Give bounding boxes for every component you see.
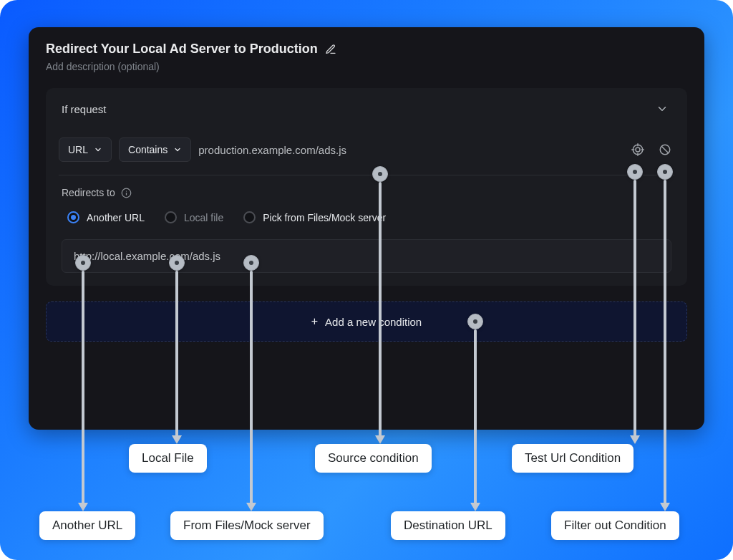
- radio-label-mock-server: Pick from Files/Mock server: [263, 212, 386, 223]
- if-request-section: If request URL Contains production.examp…: [46, 88, 687, 286]
- test-url-button[interactable]: [628, 140, 647, 159]
- radio-indicator: [67, 211, 79, 223]
- radio-indicator: [165, 211, 177, 223]
- svg-point-1: [636, 148, 640, 152]
- radio-mock-server[interactable]: Pick from Files/Mock server: [243, 211, 386, 223]
- rule-title: Redirect Your Local Ad Server to Product…: [46, 42, 318, 57]
- rule-editor-panel: Redirect Your Local Ad Server to Product…: [29, 27, 704, 430]
- rule-description-placeholder[interactable]: Add description (optional): [46, 61, 687, 72]
- chevron-down-icon: [656, 102, 669, 115]
- source-url-input[interactable]: production.example.com/ads.js: [198, 144, 621, 156]
- operator-select[interactable]: Contains: [119, 137, 191, 162]
- plus-icon: +: [311, 315, 318, 328]
- radio-indicator: [243, 211, 256, 223]
- svg-line-7: [662, 147, 669, 153]
- chevron-down-icon: [94, 145, 102, 154]
- add-condition-button[interactable]: + Add a new condition: [46, 301, 687, 342]
- radio-label-another-url: Another URL: [87, 212, 145, 223]
- field-type-label: URL: [68, 144, 88, 155]
- exclude-icon: [659, 143, 671, 156]
- redirect-type-radio-group: Another URL Local file Pick from Files/M…: [67, 211, 666, 223]
- section-header-label: If request: [62, 103, 107, 115]
- redirects-info-icon[interactable]: [121, 188, 132, 198]
- field-type-select[interactable]: URL: [59, 137, 112, 162]
- filter-out-button[interactable]: [656, 140, 674, 159]
- radio-another-url[interactable]: Another URL: [67, 211, 145, 223]
- radio-label-local-file: Local file: [184, 212, 223, 223]
- chevron-down-icon: [173, 145, 182, 154]
- add-condition-label: Add a new condition: [325, 316, 422, 328]
- edit-title-icon[interactable]: [325, 44, 336, 55]
- collapse-toggle[interactable]: [653, 100, 671, 118]
- redirects-label: Redirects to: [62, 187, 115, 198]
- condition-row: URL Contains production.example.com/ads.…: [59, 137, 674, 175]
- operator-label: Contains: [128, 144, 168, 155]
- destination-url-input[interactable]: [62, 239, 671, 273]
- radio-local-file[interactable]: Local file: [165, 211, 223, 223]
- target-icon: [631, 143, 644, 156]
